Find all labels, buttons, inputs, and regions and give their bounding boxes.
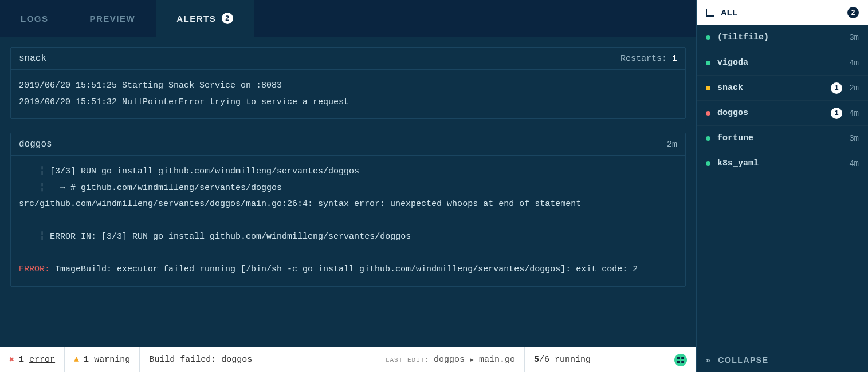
chevron-right-icon: ▸ bbox=[469, 354, 474, 365]
error-icon: ✖ bbox=[9, 354, 14, 365]
sidebar-collapse[interactable]: » COLLAPSE bbox=[697, 347, 868, 372]
sidebar-item-age: 4m bbox=[849, 159, 859, 168]
sidebar-item-label: k8s_yaml bbox=[717, 159, 842, 168]
alerts-content: snack Restarts: 1 2019/06/20 15:51:25 St… bbox=[0, 37, 696, 347]
tab-preview[interactable]: PREVIEW bbox=[69, 0, 156, 37]
svg-rect-3 bbox=[681, 361, 684, 363]
chevron-right-double-icon: » bbox=[706, 355, 711, 365]
panel-body: 2019/06/20 15:51:25 Starting Snack Servi… bbox=[11, 70, 685, 118]
status-build-msg: Build failed: doggos bbox=[140, 347, 261, 373]
tab-logs[interactable]: LOGS bbox=[0, 0, 69, 37]
all-count-badge: 2 bbox=[847, 7, 859, 18]
panel-meta: Restarts: 1 bbox=[620, 54, 677, 64]
sidebar-item-tiltfile[interactable]: (Tiltfile)3m bbox=[697, 25, 868, 50]
sidebar-item-k8syaml[interactable]: k8s_yaml4m bbox=[697, 151, 868, 176]
sidebar-item-age: 2m bbox=[849, 84, 859, 93]
status-dot bbox=[706, 86, 710, 90]
sidebar-item-age: 3m bbox=[849, 33, 859, 42]
alert-panel-doggos: doggos 2m ╎ [3/3] RUN go install github.… bbox=[10, 133, 686, 287]
sidebar-item-doggos[interactable]: doggos14m bbox=[697, 101, 868, 126]
sidebar-item-age: 4m bbox=[849, 109, 859, 118]
sidebar-item-label: snack bbox=[717, 83, 824, 93]
alert-panel-snack: snack Restarts: 1 2019/06/20 15:51:25 St… bbox=[10, 47, 686, 119]
sidebar: ALL 2 (Tiltfile)3mvigoda4msnack12mdoggos… bbox=[696, 0, 868, 372]
svg-rect-2 bbox=[677, 361, 680, 363]
item-badge: 1 bbox=[831, 108, 842, 119]
tilt-logo-icon[interactable] bbox=[674, 354, 687, 366]
status-last-edit: LAST EDIT: doggos ▸ main.go bbox=[386, 354, 524, 365]
sidebar-item-label: vigoda bbox=[717, 58, 842, 68]
sidebar-item-label: (Tiltfile) bbox=[717, 33, 842, 42]
status-bar: ✖ 1 error ▲ 1 warning Build failed: dogg… bbox=[0, 347, 696, 372]
status-dot bbox=[706, 136, 710, 141]
status-warnings[interactable]: ▲ 1 warning bbox=[65, 347, 140, 373]
item-badge: 1 bbox=[831, 82, 842, 94]
status-dot bbox=[706, 61, 710, 65]
status-errors[interactable]: ✖ 1 error bbox=[0, 347, 65, 373]
status-dot bbox=[706, 35, 710, 40]
sidebar-item-age: 3m bbox=[849, 134, 859, 143]
status-dot bbox=[706, 161, 710, 166]
svg-rect-0 bbox=[677, 357, 680, 359]
sidebar-item-label: doggos bbox=[717, 108, 824, 118]
tab-bar: LOGS PREVIEW ALERTS 2 bbox=[0, 0, 696, 37]
svg-rect-1 bbox=[681, 357, 684, 359]
sidebar-item-all[interactable]: ALL 2 bbox=[697, 0, 868, 25]
tab-alerts[interactable]: ALERTS 2 bbox=[156, 0, 254, 37]
sidebar-item-fortune[interactable]: fortune3m bbox=[697, 126, 868, 151]
panel-body: ╎ [3/3] RUN go install github.com/windmi… bbox=[11, 156, 685, 286]
panel-title: doggos bbox=[19, 139, 52, 149]
warning-icon: ▲ bbox=[74, 355, 79, 365]
panel-title: snack bbox=[19, 53, 46, 64]
status-running: 5/6 running bbox=[524, 347, 696, 373]
status-dot bbox=[706, 111, 710, 116]
sidebar-item-vigoda[interactable]: vigoda4m bbox=[697, 50, 868, 76]
sidebar-item-label: fortune bbox=[717, 133, 842, 143]
corner-icon bbox=[706, 9, 714, 17]
sidebar-item-snack[interactable]: snack12m bbox=[697, 76, 868, 101]
alerts-count-badge: 2 bbox=[222, 13, 233, 24]
panel-meta: 2m bbox=[667, 140, 677, 149]
sidebar-item-age: 4m bbox=[849, 58, 859, 68]
